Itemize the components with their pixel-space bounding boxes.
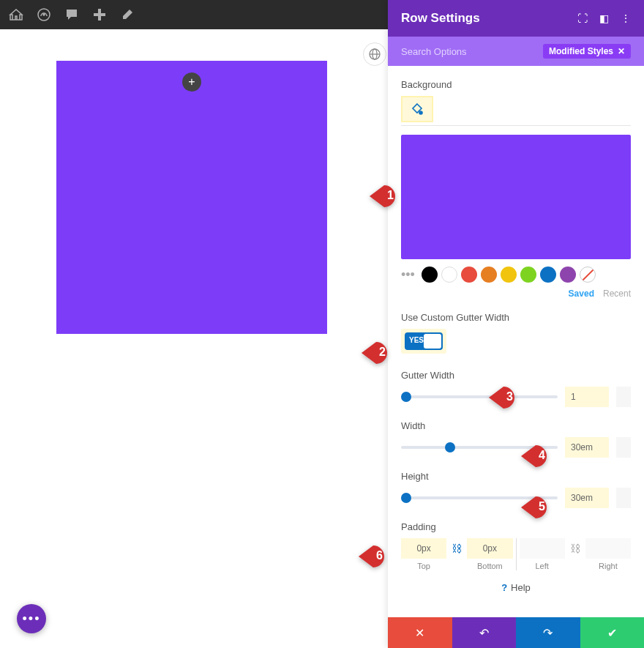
panel-body: Background ••• Saved Recent Use Custom G…: [388, 66, 644, 617]
gutter-width-label: Gutter Width: [401, 370, 631, 381]
gutter-toggle[interactable]: YES: [405, 332, 443, 350]
close-icon[interactable]: ✕: [618, 46, 625, 56]
swatch-white[interactable]: [441, 267, 457, 283]
saved-tab[interactable]: Saved: [569, 288, 594, 299]
row-preview-box[interactable]: +: [56, 61, 327, 334]
discard-button[interactable]: ✕: [388, 617, 452, 648]
padding-bottom-input[interactable]: 0px: [467, 538, 512, 559]
undo-button[interactable]: ↶: [452, 617, 517, 648]
swatch-blue[interactable]: [540, 267, 556, 283]
settings-panel: Row Settings ⛶ ◧ ⋮ Search Options Modifi…: [388, 0, 644, 648]
comment-icon[interactable]: [63, 6, 80, 23]
panel-footer: ✕ ↶ ↷ ✔: [388, 617, 644, 648]
background-color-tab[interactable]: [401, 96, 433, 122]
svg-rect-3: [94, 13, 105, 16]
gutter-width-input[interactable]: 1: [565, 387, 609, 407]
builder-fab-button[interactable]: •••: [17, 604, 46, 633]
width-unit[interactable]: [616, 437, 631, 458]
panel-header: Row Settings ⛶ ◧ ⋮: [388, 0, 644, 37]
swatch-black[interactable]: [422, 267, 438, 283]
svg-point-1: [43, 14, 45, 15]
snap-icon[interactable]: ◧: [599, 12, 609, 24]
padding-left-input[interactable]: [520, 538, 565, 559]
globe-icon[interactable]: [363, 42, 386, 66]
modified-styles-badge[interactable]: Modified Styles✕: [543, 44, 631, 59]
padding-top-input[interactable]: 0px: [401, 538, 446, 559]
width-label: Width: [401, 420, 631, 431]
swatch-yellow[interactable]: [501, 267, 517, 283]
panel-subheader: Search Options Modified Styles✕: [388, 37, 644, 66]
swatch-green[interactable]: [520, 267, 536, 283]
padding-label: Padding: [401, 521, 631, 532]
dashboard-icon[interactable]: [35, 6, 53, 23]
callout-6: 6: [359, 542, 400, 571]
swatch-orange[interactable]: [481, 267, 497, 283]
gutter-toggle-label: Use Custom Gutter Width: [401, 312, 631, 323]
edit-icon[interactable]: [119, 6, 136, 23]
callout-2: 2: [362, 338, 402, 368]
expand-icon[interactable]: ⛶: [577, 12, 588, 24]
callout-5: 5: [521, 493, 562, 522]
color-preview[interactable]: [401, 135, 631, 259]
padding-right-label: Right: [585, 562, 631, 570]
padding-right-input[interactable]: [585, 538, 631, 559]
padding-bottom-label: Bottom: [467, 562, 512, 570]
width-input[interactable]: 30em: [565, 437, 609, 458]
panel-title: Row Settings: [401, 11, 566, 26]
help-icon: ?: [501, 582, 507, 593]
height-unit[interactable]: [616, 488, 631, 508]
gutter-width-slider[interactable]: [401, 395, 558, 398]
swatch-red[interactable]: [461, 267, 477, 283]
callout-4: 4: [521, 442, 562, 471]
swatch-row: •••: [401, 267, 631, 283]
callout-1: 1: [370, 182, 411, 211]
help-link[interactable]: ? Help: [401, 582, 631, 599]
menu-icon[interactable]: ⋮: [621, 12, 631, 24]
gutter-width-unit[interactable]: [616, 387, 631, 407]
background-label: Background: [401, 79, 631, 90]
swatch-none[interactable]: [580, 267, 596, 283]
padding-link-tb-icon[interactable]: ⛓: [446, 538, 467, 559]
plus-icon[interactable]: [91, 6, 108, 23]
page-canvas: + •••: [0, 29, 388, 648]
height-label: Height: [401, 471, 631, 482]
more-swatches-icon[interactable]: •••: [401, 267, 415, 283]
swatch-purple[interactable]: [560, 267, 576, 283]
padding-top-label: Top: [401, 562, 446, 570]
svg-point-6: [419, 111, 422, 114]
home-icon[interactable]: [7, 6, 25, 23]
recent-tab[interactable]: Recent: [603, 288, 631, 299]
padding-link-lr-icon[interactable]: ⛓: [565, 538, 585, 559]
redo-button[interactable]: ↷: [516, 617, 580, 648]
padding-left-label: Left: [520, 562, 565, 570]
height-input[interactable]: 30em: [565, 488, 609, 508]
search-options[interactable]: Search Options: [401, 46, 467, 57]
save-button[interactable]: ✔: [580, 617, 645, 648]
add-module-button[interactable]: +: [182, 72, 201, 92]
callout-3: 3: [489, 383, 530, 412]
